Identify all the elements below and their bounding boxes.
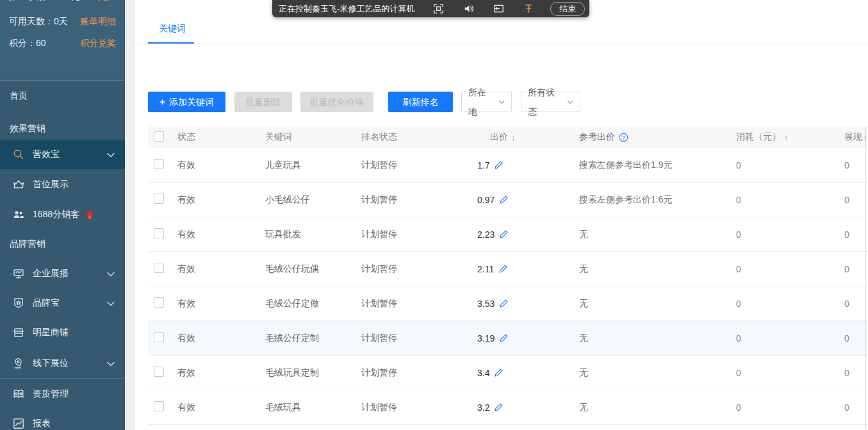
location-filter-label: 所在地	[468, 83, 494, 121]
row-impressions: 0	[844, 195, 868, 205]
row-checkbox[interactable]	[154, 228, 164, 238]
tab-keywords[interactable]: 关键词	[159, 23, 186, 35]
end-session-button[interactable]: 结束	[550, 2, 585, 16]
batch-optimize-button[interactable]: 批量优化价格	[300, 92, 373, 112]
sort-asc-arrow-icon[interactable]: ↑	[784, 133, 789, 142]
table-row: 有效 小毛绒公仔 计划暂停 0.97 搜索左侧参考出价1.6元 0 0	[148, 183, 868, 217]
sidebar-item-label: 效果营销	[10, 123, 45, 135]
remote-status-text: 正在控制秦玉飞-米修工艺品的计算机	[279, 3, 414, 15]
status-filter-dropdown[interactable]: 所有状态	[521, 92, 580, 112]
screen: 推广余额：0.00元 充值 可用天数：0天 账单明细 积分：60 积分兑奖 首页…	[0, 0, 868, 430]
row-status: 有效	[177, 194, 265, 206]
edit-bid-pencil-icon[interactable]	[494, 368, 504, 377]
header-impressions[interactable]: 展现 ↑	[844, 131, 868, 143]
fullscreen-icon[interactable]	[432, 3, 445, 15]
people-icon	[12, 208, 26, 222]
sidebar-item-label: 线下展位	[33, 358, 69, 369]
sidebar-item-enterprise-display[interactable]: 企业展播	[0, 259, 125, 288]
header-keyword[interactable]: 关键词	[265, 131, 361, 143]
sidebar-item-label: 品牌营销	[10, 238, 45, 250]
header-cost[interactable]: 消耗（元） ↑	[735, 131, 844, 143]
header-bid-label: 出价	[490, 131, 508, 143]
pushpin-icon[interactable]	[523, 3, 535, 15]
sidebar-item-top-display[interactable]: 首位展示	[0, 170, 125, 199]
header-bid[interactable]: 出价 ↓	[469, 131, 579, 143]
row-checkbox[interactable]	[154, 401, 164, 411]
row-status: 有效	[177, 263, 265, 275]
days-label: 可用天数：0天	[9, 16, 68, 28]
sidebar-item-star-shop[interactable]: 明星商铺	[0, 318, 125, 347]
row-cost: 0	[735, 195, 844, 205]
table-row: 有效 玩具批发 计划暂停 2.23 无 0 0	[148, 217, 868, 252]
row-ref-bid: 搜索左侧参考出价1.6元	[579, 194, 735, 206]
row-bid-value: 2.11	[477, 264, 494, 274]
row-impressions: 0	[844, 333, 868, 343]
header-rank-status[interactable]: 排名状态	[361, 131, 469, 143]
row-checkbox[interactable]	[154, 367, 164, 377]
header-ref-bid[interactable]: 参考出价 ?	[579, 131, 735, 143]
sidebar-item-pinpaibao[interactable]: 品牌宝	[0, 288, 125, 318]
row-checkbox[interactable]	[154, 194, 164, 204]
help-question-icon[interactable]: ?	[619, 133, 628, 142]
header-status[interactable]: 状态	[177, 131, 265, 143]
row-cost: 0	[735, 160, 844, 170]
sidebar-item-offline-booth[interactable]: 线下展位	[0, 349, 125, 378]
header-ref-bid-label: 参考出价	[579, 131, 615, 143]
billboard-icon	[12, 267, 26, 281]
batch-delete-button[interactable]: 批量删除	[234, 92, 292, 112]
select-all-checkbox[interactable]	[154, 131, 164, 142]
refresh-rank-button[interactable]: 刷新排名	[388, 92, 453, 112]
add-keyword-button[interactable]: +添加关键词	[148, 92, 225, 112]
sidebar-item-brand-marketing[interactable]: 品牌营销	[0, 235, 125, 253]
row-cost: 0	[735, 264, 844, 274]
points-redeem-link[interactable]: 积分兑奖	[80, 38, 116, 49]
table-header-row: 状态 关键词 排名状态 出价 ↓ 参考出价 ? 消耗（元） ↑	[148, 126, 868, 148]
row-keyword: 玩具批发	[265, 229, 361, 240]
row-status: 有效	[177, 298, 265, 310]
row-ref-bid: 无	[579, 402, 735, 413]
bill-detail-link[interactable]: 账单明细	[80, 16, 116, 28]
row-impressions: 0	[844, 229, 868, 240]
edit-bid-pencil-icon[interactable]	[494, 402, 504, 412]
sidebar-item-report[interactable]: 报表	[0, 409, 125, 430]
sort-desc-arrow-icon[interactable]: ↓	[511, 133, 516, 142]
sidebar-item-1688-fenxiaoke[interactable]: 1688分销客	[0, 200, 125, 229]
points-label: 积分：60	[9, 38, 46, 49]
table-row: 有效 儿童玩具 计划暂停 1.7 搜索左侧参考出价1.9元 0 0	[148, 148, 868, 183]
row-rank-status: 计划暂停	[361, 298, 469, 310]
row-checkbox[interactable]	[154, 297, 164, 308]
sidebar-item-home[interactable]: 首页	[0, 87, 125, 105]
table-row: 有效 毛绒公仔定做 计划暂停 3.53 无 0 0	[148, 286, 868, 321]
row-bid-value: 3.4	[477, 368, 489, 378]
sidebar-item-yingxiaobao[interactable]: 营效宝	[0, 140, 125, 169]
header-impressions-label: 展现	[844, 131, 862, 143]
row-ref-bid: 无	[579, 263, 735, 275]
chevron-down-icon	[107, 358, 115, 368]
edit-bid-pencil-icon[interactable]	[498, 264, 508, 274]
row-cost: 0	[735, 299, 844, 309]
sidebar-item-qualification[interactable]: 资质管理	[0, 379, 125, 409]
edit-bid-pencil-icon[interactable]	[499, 195, 509, 204]
row-ref-bid: 无	[579, 229, 735, 240]
edit-bid-pencil-icon[interactable]	[499, 299, 509, 308]
row-ref-bid: 搜索左侧参考出价1.9元	[579, 160, 735, 171]
annotation-window-icon[interactable]	[493, 3, 505, 15]
storefront-icon	[12, 326, 26, 340]
table-row: 有效 毛绒公仔玩偶 计划暂停 2.11 无 0 0	[148, 252, 868, 286]
recharge-link[interactable]: 充值	[98, 0, 116, 3]
edit-bid-pencil-icon[interactable]	[499, 229, 509, 239]
location-filter-dropdown[interactable]: 所在地	[461, 92, 512, 112]
line-chart-icon	[12, 417, 26, 430]
row-impressions: 0	[844, 264, 868, 274]
speaker-icon[interactable]	[463, 3, 475, 15]
edit-bid-pencil-icon[interactable]	[494, 160, 504, 170]
row-checkbox[interactable]	[154, 159, 164, 169]
account-days-row: 可用天数：0天 账单明细	[0, 15, 125, 28]
row-bid-value: 3.2	[477, 402, 489, 413]
row-checkbox[interactable]	[154, 332, 164, 342]
row-bid-value: 1.7	[477, 160, 489, 170]
account-panel: 推广余额：0.00元 充值 可用天数：0天 账单明细 积分：60 积分兑奖	[0, 0, 125, 81]
edit-bid-pencil-icon[interactable]	[499, 333, 509, 343]
sidebar-item-effect-marketing[interactable]: 效果营销	[0, 120, 125, 138]
row-checkbox[interactable]	[154, 263, 164, 273]
